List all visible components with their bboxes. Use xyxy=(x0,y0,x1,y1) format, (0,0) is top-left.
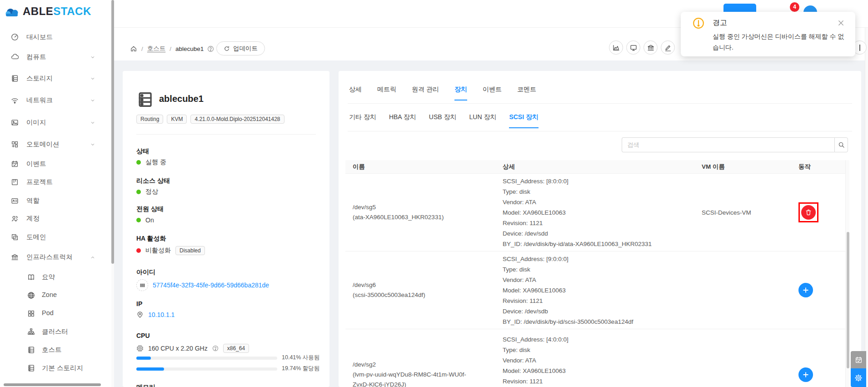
id-value: 57745f4e-32f3-45fe-9d66-59d66ba281de xyxy=(136,279,269,291)
divider xyxy=(136,134,316,135)
event-timeline-button[interactable] xyxy=(851,351,866,368)
sidebar-item-accounts[interactable]: 계정 xyxy=(0,210,111,228)
tab-lun-devices[interactable]: LUN 장치 xyxy=(469,113,496,128)
warning-icon xyxy=(693,17,704,29)
sidebar-horizontal-scrollbar[interactable] xyxy=(4,383,101,386)
table-header: 이름 상세 VM 이름 동작 xyxy=(345,160,849,174)
chevron-down-icon xyxy=(90,142,95,147)
tab-events[interactable]: 이벤트 xyxy=(483,85,502,101)
tab-hba-devices[interactable]: HBA 장치 xyxy=(389,113,416,128)
host-summary-panel: ablecube1 Routing KVM 4.21.0.0-Mold.Dipl… xyxy=(123,71,329,387)
status-dot xyxy=(136,160,141,165)
sidebar-item-roles[interactable]: 역할 xyxy=(0,192,111,210)
question-icon[interactable] xyxy=(212,345,219,352)
refresh-button[interactable]: 업데이트 xyxy=(216,41,265,55)
col-action: 동작 xyxy=(788,163,849,171)
tab-other-devices[interactable]: 기타 장치 xyxy=(349,113,376,128)
role-icon xyxy=(11,197,19,205)
ablestack-logo[interactable]: ABLESTACK xyxy=(5,4,91,19)
edit-button[interactable] xyxy=(661,40,675,55)
page-scrollbar[interactable] xyxy=(865,0,868,387)
sidebar-item-cluster[interactable]: 클러스터 xyxy=(0,323,111,341)
remote-console-button[interactable] xyxy=(626,40,640,55)
bank-icon xyxy=(11,253,19,261)
sidebar-item-compute[interactable]: 컴퓨트 xyxy=(0,48,111,66)
infrastructure-button[interactable] xyxy=(644,40,658,55)
breadcrumb-hosts-link[interactable]: 호스트 xyxy=(147,45,166,53)
tab-devices[interactable]: 장치 xyxy=(454,85,467,101)
device-search xyxy=(622,137,848,152)
col-vm-name: VM 이름 xyxy=(694,163,788,171)
toast-message: 실행 중인 가상머신은 디바이스를 해제할 수 없습니다. xyxy=(713,31,847,53)
sidebar-item-summary[interactable]: 요약 xyxy=(0,268,111,286)
detach-device-button[interactable] xyxy=(801,205,816,220)
col-name: 이름 xyxy=(345,163,495,171)
host-name-title: ablecube1 xyxy=(159,94,204,104)
chevron-down-icon xyxy=(90,76,95,81)
resource-state-value: 정상 xyxy=(136,188,158,196)
sidebar-item-pod[interactable]: Pod xyxy=(0,305,111,323)
chevron-down-icon xyxy=(90,120,95,126)
ip-value: 10.10.1.1 xyxy=(136,311,175,318)
brand-able: ABLE xyxy=(23,5,53,18)
cpu-used-bar xyxy=(136,357,277,360)
cpu-arch-tag: x86_64 xyxy=(223,344,249,353)
sidebar-item-primary-storage[interactable]: 기본 스토리지 xyxy=(0,359,111,377)
sidebar-item-events[interactable]: 이벤트 xyxy=(0,155,111,173)
tab-details[interactable]: 상세 xyxy=(349,85,362,101)
sidebar-item-automation[interactable]: 오토메이션 xyxy=(0,136,111,154)
tab-remote-management[interactable]: 원격 관리 xyxy=(412,85,439,101)
sidebar-item-hosts[interactable]: 호스트 xyxy=(0,341,111,359)
host-icon xyxy=(27,346,35,354)
tab-scsi-devices[interactable]: SCSI 장치 xyxy=(509,113,539,128)
settings-gear-button[interactable] xyxy=(851,368,866,387)
tab-comments[interactable]: 코멘트 xyxy=(517,85,536,101)
table-scrollbar[interactable] xyxy=(845,160,849,387)
cloud-logo-icon xyxy=(5,5,21,18)
warning-toast: 경고 실행 중인 가상머신은 디바이스를 해제할 수 없습니다. xyxy=(681,12,855,56)
host-detail-panel: 상세 메트릭 원격 관리 장치 이벤트 코멘트 기타 장치 HBA 장치 USB… xyxy=(339,71,861,387)
sidebar-item-domains[interactable]: 도메인 xyxy=(0,228,111,246)
sidebar-item-images[interactable]: 이미지 xyxy=(0,114,111,132)
sidebar-vertical-scrollbar[interactable] xyxy=(111,0,114,387)
sidebar-item-zone[interactable]: Zone xyxy=(0,286,111,305)
memory-label: 메모리 xyxy=(136,383,155,387)
book-icon xyxy=(27,273,35,281)
attach-device-button[interactable] xyxy=(798,367,813,382)
tab-usb-devices[interactable]: USB 장치 xyxy=(429,113,457,128)
attach-device-button[interactable] xyxy=(798,283,813,297)
vm-name[interactable]: SCSI-Devices-VM xyxy=(702,209,788,216)
help-icon[interactable] xyxy=(207,45,214,52)
sidebar-item-storage[interactable]: 스토리지 xyxy=(0,70,111,88)
cpu-label: CPU xyxy=(136,332,150,339)
power-state-label: 전원 상태 xyxy=(136,205,164,213)
search-input[interactable] xyxy=(622,137,834,152)
sidebar: ABLESTACK 대시보드 컴퓨트 스토리지 네트워크 이미지 오토메이션 이… xyxy=(0,0,111,387)
home-icon[interactable] xyxy=(130,45,137,52)
event-icon xyxy=(11,160,19,168)
resource-dot xyxy=(136,190,141,194)
sidebar-item-network[interactable]: 네트워크 xyxy=(0,91,111,110)
cluster-icon xyxy=(27,328,35,336)
target-highlight-box xyxy=(798,202,818,222)
cpu-alloc-fill xyxy=(136,367,164,371)
close-icon[interactable] xyxy=(838,20,844,26)
host-uuid-link[interactable]: 57745f4e-32f3-45fe-9d66-59d66ba281de xyxy=(153,281,269,289)
cpu-alloc-label: 19.74% 할당됨 xyxy=(282,365,327,372)
tab-metrics[interactable]: 메트릭 xyxy=(377,85,396,101)
host-ip-link[interactable]: 10.10.1.1 xyxy=(148,311,175,318)
refresh-icon xyxy=(224,45,230,52)
chevron-up-icon xyxy=(90,255,95,260)
scsi-device-table: 이름 상세 VM 이름 동작 /dev/sg5 (ata-XA960LE1006… xyxy=(345,160,849,387)
notification-badge[interactable]: 4 xyxy=(790,2,799,12)
ha-label: HA 활성화 xyxy=(136,235,166,243)
table-row: /dev/sg2 (lvm-pv-uuid-wqYDu8-RM8C-4t1m-W… xyxy=(345,329,849,387)
main-tabs: 상세 메트릭 원격 관리 장치 이벤트 코멘트 xyxy=(349,85,536,101)
metrics-chart-button[interactable] xyxy=(609,40,623,55)
breadcrumb: / 호스트 / ablecube1 xyxy=(130,44,214,54)
sidebar-item-dashboard[interactable]: 대시보드 xyxy=(0,28,111,46)
sidebar-item-projects[interactable]: 프로젝트 xyxy=(0,173,111,191)
resource-state-label: 리소스 상태 xyxy=(136,177,170,185)
search-button[interactable] xyxy=(834,137,848,152)
sidebar-item-infrastructure[interactable]: 인프라스트럭쳐 xyxy=(0,248,111,266)
